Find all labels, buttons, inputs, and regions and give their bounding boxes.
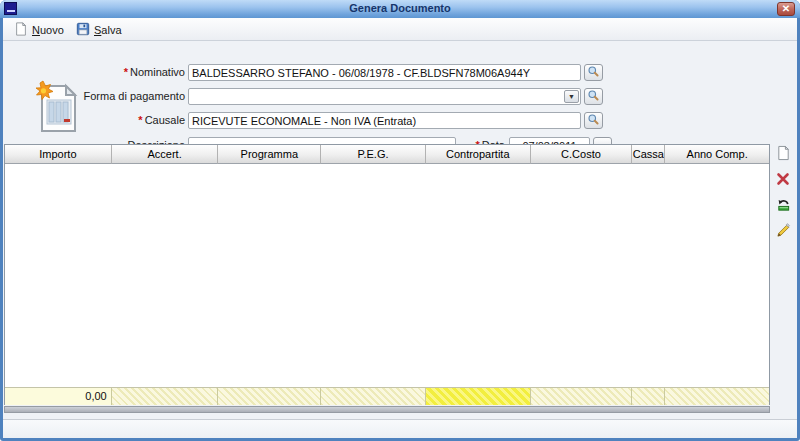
total-cell-disabled — [531, 388, 633, 405]
edit-pencil-icon-button[interactable] — [774, 223, 792, 240]
grid-total-row: 0,00 — [5, 387, 769, 404]
nominativo-search-button[interactable] — [584, 64, 603, 81]
column-header-programma[interactable]: Programma — [218, 145, 321, 164]
column-header-cassa[interactable]: Cassa — [632, 145, 665, 164]
salva-button[interactable]: Salva — [71, 21, 127, 38]
column-header-peg[interactable]: P.E.G. — [321, 145, 426, 164]
nominativo-label: *Nominativo — [33, 64, 185, 81]
total-cell-disabled — [632, 388, 665, 405]
salva-label: Salva — [94, 24, 122, 36]
undo-row-button[interactable] — [774, 197, 792, 214]
righe-documento-grid: Importo Accert. Programma P.E.G. Controp… — [4, 144, 770, 405]
window-content: Nuovo Salva — [3, 18, 797, 438]
total-cell-disabled — [321, 388, 426, 405]
close-button[interactable]: ✕ — [777, 2, 795, 16]
status-bar — [3, 419, 797, 438]
new-document-icon — [776, 145, 791, 163]
main-toolbar: Nuovo Salva — [3, 18, 797, 41]
column-header-anno-comp[interactable]: Anno Comp. — [665, 145, 769, 164]
total-cell-disabled — [218, 388, 321, 405]
total-cell-disabled — [665, 388, 769, 405]
required-marker: * — [124, 66, 128, 78]
horizontal-scrollbar[interactable] — [4, 406, 770, 413]
forma-pagamento-label: Forma di pagamento — [33, 88, 185, 105]
row-actions-toolbar — [771, 145, 795, 240]
title-bar: Genera Documento ✕ — [0, 0, 800, 18]
pencil-icon — [776, 223, 791, 240]
delete-x-icon — [776, 172, 790, 188]
nominativo-input[interactable] — [188, 64, 581, 81]
forma-pagamento-input[interactable] — [188, 88, 581, 105]
total-cell-highlight — [426, 388, 531, 405]
nuovo-button[interactable]: Nuovo — [9, 21, 69, 38]
magnifier-icon — [587, 65, 600, 80]
total-importo: 0,00 — [5, 388, 112, 405]
delete-row-button[interactable] — [774, 171, 792, 188]
column-header-ccosto[interactable]: C.Costo — [531, 145, 633, 164]
magnifier-icon — [587, 113, 600, 128]
column-header-importo[interactable]: Importo — [5, 145, 112, 164]
new-document-icon — [14, 22, 28, 38]
forma-pagamento-dropdown-arrow[interactable]: ▼ — [564, 90, 579, 103]
magnifier-icon — [587, 89, 600, 104]
causale-input[interactable] — [188, 112, 581, 129]
window-title: Genera Documento — [0, 0, 800, 18]
forma-pagamento-search-button[interactable] — [584, 88, 603, 105]
genera-documento-window: Genera Documento ✕ Nuovo Salva — [0, 0, 800, 441]
nuovo-label: Nuovo — [32, 24, 64, 36]
undo-icon — [776, 197, 791, 215]
causale-label: *Causale — [33, 112, 185, 129]
column-header-contropartita[interactable]: Contropartita — [426, 145, 531, 164]
causale-search-button[interactable] — [584, 112, 603, 129]
column-header-accert[interactable]: Accert. — [112, 145, 219, 164]
save-floppy-icon — [76, 22, 90, 38]
required-marker: * — [138, 114, 142, 126]
total-cell-disabled — [112, 388, 219, 405]
grid-body-empty[interactable] — [5, 164, 769, 387]
grid-header-row: Importo Accert. Programma P.E.G. Controp… — [5, 145, 769, 164]
add-row-button[interactable] — [774, 145, 792, 162]
